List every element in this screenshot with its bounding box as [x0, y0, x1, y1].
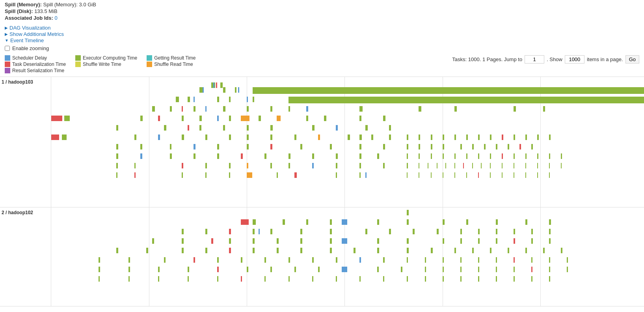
task-bar	[549, 172, 550, 178]
task-bar	[188, 97, 190, 102]
task-bar	[431, 153, 432, 159]
task-bar	[116, 144, 118, 149]
dag-vis-link[interactable]: DAG Visualization	[9, 25, 51, 31]
task-bar	[377, 238, 379, 244]
shuffle-write-label: Shuffle Write Time	[83, 62, 121, 67]
task-bar	[134, 172, 136, 178]
task-bar	[437, 229, 439, 234]
task-bar	[425, 267, 426, 272]
task-bar	[377, 219, 379, 225]
task-bar	[537, 135, 539, 140]
top-info: Spill (Memory): Spill (Memory): 3.0 GiB …	[0, 0, 644, 24]
nav-show-metrics: ▶ Show Additional Metrics	[5, 31, 639, 37]
task-bar	[247, 163, 248, 168]
task-bar	[253, 238, 255, 244]
task-bar	[128, 267, 130, 272]
task-bar	[152, 238, 154, 244]
task-bar	[359, 135, 362, 140]
task-bar	[496, 144, 497, 149]
executor-color	[75, 55, 81, 61]
task-bar	[431, 248, 433, 253]
task-bar	[514, 172, 514, 178]
task-bar	[203, 87, 204, 93]
task-bar	[99, 276, 100, 282]
task-bar	[213, 82, 214, 88]
task-bar	[431, 172, 432, 178]
show-count-input[interactable]	[565, 55, 584, 64]
task-bar	[247, 125, 249, 131]
task-bar	[336, 163, 337, 168]
task-bar	[359, 106, 363, 112]
nav-links: ▶ DAG Visualization ▶ Show Additional Me…	[0, 24, 644, 45]
task-bar	[116, 153, 118, 159]
task-bar	[294, 135, 296, 140]
task-bar	[300, 144, 302, 149]
enable-zoom-checkbox[interactable]	[5, 46, 10, 51]
go-button[interactable]: Go	[625, 55, 639, 64]
task-bar	[377, 267, 379, 272]
task-bar	[312, 276, 313, 282]
task-bar	[194, 106, 195, 112]
jump-to-input[interactable]	[525, 55, 544, 64]
task-bar-blue	[342, 267, 347, 272]
task-bar	[514, 238, 515, 244]
task-bar	[419, 172, 419, 178]
result-ser-color	[5, 68, 10, 73]
task-bar	[490, 172, 491, 178]
task-bar	[549, 163, 550, 168]
task-bar	[223, 87, 225, 93]
task-bar	[359, 172, 361, 178]
nav-dag-vis: ▶ DAG Visualization	[5, 25, 639, 31]
task-bar	[288, 153, 290, 159]
task-bar	[306, 219, 308, 225]
task-bar	[205, 106, 207, 112]
task-bar	[359, 163, 361, 168]
task-bar	[99, 257, 100, 263]
task-bar	[229, 229, 231, 234]
task-bar	[514, 135, 515, 140]
task-bar	[531, 238, 533, 244]
task-bar	[158, 135, 160, 140]
task-bar	[270, 144, 272, 149]
task-bar	[549, 238, 551, 244]
task-bar	[336, 257, 337, 263]
task-bar	[443, 153, 444, 159]
event-timeline-link[interactable]: Event Timeline	[10, 37, 44, 43]
task-bar	[383, 257, 385, 263]
job-id-link[interactable]: 0	[54, 15, 57, 21]
show-metrics-link[interactable]: Show Additional Metrics	[9, 31, 64, 37]
task-bar	[472, 248, 474, 253]
task-bar	[116, 163, 118, 168]
task-bar	[216, 82, 217, 88]
task-bar	[128, 257, 130, 263]
task-bar	[525, 163, 526, 168]
big-bar-1a	[253, 87, 644, 94]
task-bar	[330, 144, 332, 149]
task-bar	[140, 116, 143, 121]
task-bar	[460, 144, 462, 149]
task-bar	[318, 267, 320, 272]
task-bar	[217, 153, 219, 159]
task-bar	[205, 135, 207, 140]
task-bar	[466, 219, 468, 225]
task-bar	[537, 172, 538, 178]
show-label: . Show	[547, 56, 562, 62]
spill-memory-label: Spill (Memory):	[5, 2, 42, 7]
task-bar	[312, 153, 314, 159]
task-bar	[259, 229, 260, 234]
job-ids-line: Associated Job Ids: 0	[5, 15, 639, 21]
task-bar	[508, 144, 509, 149]
task-bar	[561, 248, 562, 253]
task-bar	[253, 219, 256, 225]
shuffle-read-color	[147, 62, 152, 67]
executor-section-2: 2 / hadoop102	[0, 207, 644, 306]
task-bar	[460, 276, 462, 282]
task-bar	[490, 163, 491, 168]
timeline-container: 1 / hadoop103	[0, 77, 644, 306]
task-bar	[359, 257, 361, 263]
task-bar	[158, 116, 160, 121]
task-bar	[531, 229, 533, 234]
task-bar	[182, 229, 184, 234]
task-bar	[288, 276, 290, 282]
task-bar	[525, 219, 527, 225]
